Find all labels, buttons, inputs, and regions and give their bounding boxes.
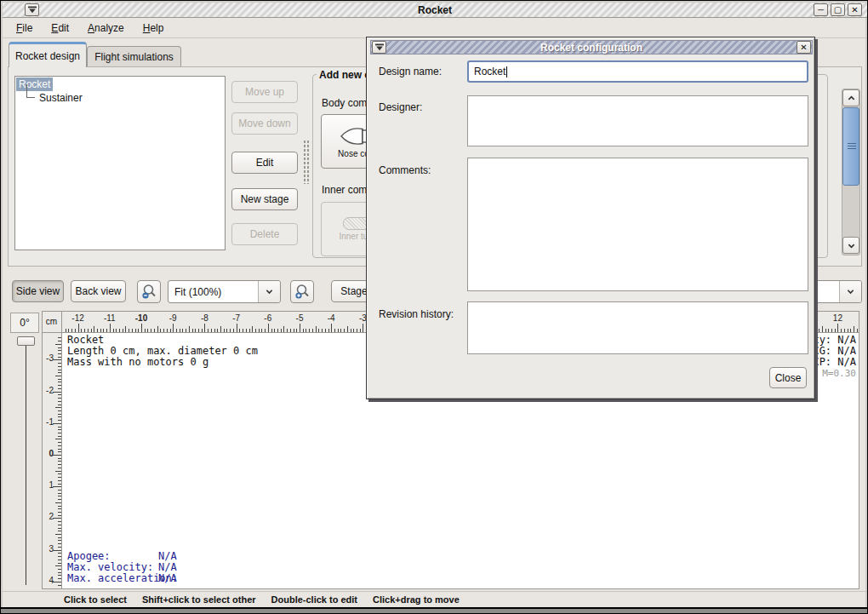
scroll-up-icon	[848, 95, 855, 102]
close-button[interactable]: ✕	[848, 3, 862, 16]
scroll-down-button[interactable]	[842, 237, 859, 254]
hint-double-click: Double-click to edit	[271, 594, 357, 605]
v-ruler-label: 1	[49, 480, 54, 490]
v-ruler-label: -3	[46, 353, 54, 363]
hint-click-drag: Click+drag to move	[373, 594, 460, 605]
chevron-down-icon	[266, 288, 273, 296]
text-caret	[506, 66, 507, 77]
menu-help[interactable]: Help	[136, 20, 171, 36]
tree-connector	[26, 84, 35, 98]
edit-button[interactable]: Edit	[231, 152, 298, 174]
scroll-down-icon	[848, 242, 855, 250]
v-ruler-label: 2	[49, 512, 54, 521]
h-ruler-label: 12	[825, 313, 850, 323]
designer-textarea[interactable]	[467, 95, 808, 146]
move-down-button: Move down	[231, 112, 298, 135]
minimize-button[interactable]: ─	[814, 3, 828, 16]
maximize-icon: ▢	[834, 6, 842, 14]
menu-edit[interactable]: Edit	[44, 20, 76, 36]
splitpane-divider[interactable]	[303, 140, 310, 184]
v-ruler-label: 0	[49, 449, 54, 458]
close-icon: ✕	[800, 43, 807, 52]
v-ruler-label: -2	[46, 386, 54, 395]
rotation-value: 0°	[10, 313, 39, 333]
h-ruler-label: -4	[318, 313, 344, 323]
comments-textarea[interactable]	[467, 158, 808, 291]
h-ruler-label: -11	[97, 313, 123, 323]
main-titlebar: Rocket ─ ▢ ✕	[3, 3, 867, 18]
motor-configuration-arrow[interactable]	[839, 281, 861, 302]
menu-analyze[interactable]: Analyze	[81, 20, 131, 36]
dialog-close-action-button[interactable]: Close	[769, 367, 807, 388]
rocket-info-line-3: Mass with no motors 0 g	[67, 357, 208, 368]
hint-click-select: Click to select	[64, 594, 127, 605]
max-acceleration-value: N/A	[158, 573, 177, 584]
zoom-out-button[interactable]	[137, 280, 161, 303]
scrollbar-grip	[848, 143, 856, 149]
design-name-input[interactable]: Rocket	[467, 60, 808, 83]
window-title: Rocket	[3, 4, 867, 16]
comments-label: Comments:	[379, 164, 431, 176]
mach-value: M=0.30	[822, 368, 856, 379]
back-view-button[interactable]: Back view	[71, 280, 126, 302]
zoom-in-icon	[294, 284, 311, 300]
delete-button: Delete	[231, 223, 298, 245]
scrollbar-thumb[interactable]	[842, 107, 859, 186]
zoom-in-button[interactable]	[290, 280, 314, 303]
v-ruler-label: -1	[46, 417, 54, 427]
v-ruler-label: 3	[49, 544, 54, 554]
designer-label: Designer:	[379, 101, 422, 113]
tree-item-sustainer[interactable]: Sustainer	[37, 91, 85, 105]
dialog-close-button[interactable]: ✕	[797, 41, 811, 54]
dialog-titlebar: Rocket configuration ✕	[370, 40, 813, 55]
menubar: File Edit Analyze Help	[3, 19, 867, 38]
revision-history-textarea[interactable]	[467, 301, 808, 354]
h-ruler-label: -10	[128, 313, 154, 323]
design-name-value: Rocket	[474, 66, 505, 77]
zoom-out-icon	[141, 284, 157, 300]
h-ruler-label: -8	[191, 313, 217, 323]
rocket-configuration-dialog: Rocket configuration ✕ Design name: Rock…	[366, 37, 815, 399]
move-up-button: Move up	[231, 81, 298, 103]
ruler-unit-label: cm	[42, 311, 62, 333]
zoom-select-value: Fit (100%)	[168, 286, 258, 298]
revision-history-label: Revision history:	[379, 308, 454, 320]
h-ruler-label: -12	[66, 313, 91, 323]
zoom-select-arrow[interactable]	[258, 281, 280, 302]
window-frame-bottom	[1, 607, 868, 614]
tab-rocket-design[interactable]: Rocket design	[9, 42, 87, 67]
component-tree[interactable]: Rocket Sustainer	[14, 76, 226, 250]
vertical-ruler: -3-2-101234	[42, 333, 62, 588]
side-view-button[interactable]: Side view	[12, 280, 64, 302]
h-ruler-label: -6	[255, 313, 281, 323]
rotation-slider-track	[26, 340, 26, 585]
dialog-title: Rocket configuration	[371, 42, 812, 54]
close-icon: ✕	[851, 6, 858, 14]
rotation-slider-handle[interactable]	[17, 336, 35, 346]
design-name-label: Design name:	[379, 66, 442, 77]
minimize-icon: ─	[818, 6, 824, 14]
tab-flight-simulations[interactable]: Flight simulations	[87, 46, 181, 67]
chevron-down-icon	[847, 288, 854, 296]
menu-file[interactable]: File	[9, 20, 39, 36]
maximize-button[interactable]: ▢	[831, 3, 845, 16]
new-stage-button[interactable]: New stage	[231, 188, 298, 210]
hint-shift-click: Shift+click to select other	[142, 594, 256, 605]
v-ruler-label: 4	[49, 576, 54, 585]
zoom-select[interactable]: Fit (100%)	[168, 280, 281, 303]
main-window: Rocket ─ ▢ ✕ File Edit Analyze Help Rock…	[0, 0, 868, 614]
cp-value: CP: N/A	[813, 357, 856, 368]
h-ruler-label: -7	[224, 313, 249, 323]
h-ruler-label: -9	[160, 313, 186, 323]
component-scrollbar	[842, 89, 860, 255]
statusbar: Click to select Shift+click to select ot…	[3, 591, 867, 607]
scroll-up-button[interactable]	[842, 89, 859, 106]
h-ruler-label: -5	[287, 313, 312, 323]
